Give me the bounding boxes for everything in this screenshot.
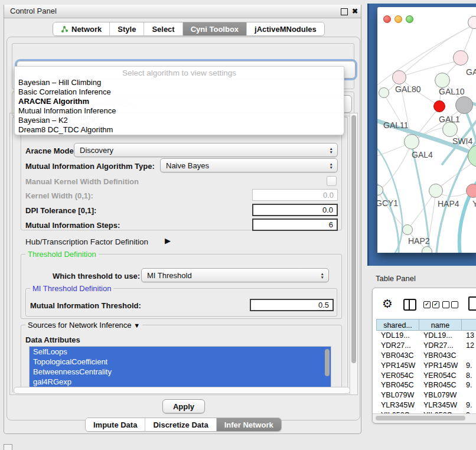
dpi-tolerance-label: DPI Tolerance [0,1]: xyxy=(25,206,96,215)
dropdown-item[interactable]: Bayesian – K2 xyxy=(18,116,68,125)
dropdown-item[interactable]: Basic Correlation Inference xyxy=(18,87,111,96)
mi-type-combo[interactable]: Naive Bayes ▲▼ xyxy=(160,158,338,172)
control-panel-tabbar: Network Style Select Cyni Toolbox jActiv… xyxy=(53,22,325,36)
cell[interactable]: YDL19... xyxy=(419,331,461,340)
apply-button[interactable]: Apply xyxy=(162,399,205,413)
close-traffic-light[interactable] xyxy=(383,15,391,23)
cell[interactable]: YBR045C xyxy=(419,381,461,389)
tab-infer-network[interactable]: Infer Network xyxy=(217,418,281,431)
cell[interactable]: YBR043C xyxy=(376,351,419,360)
list-scrollbar-thumb[interactable] xyxy=(325,349,330,376)
cell[interactable]: YBL079W xyxy=(419,391,461,399)
cell[interactable]: YLR345W xyxy=(419,401,461,409)
minimize-traffic-light[interactable] xyxy=(395,15,402,23)
node-gray[interactable] xyxy=(455,96,473,114)
dpi-tolerance-field[interactable]: 0.0 xyxy=(252,204,338,216)
tab-discretize-data[interactable]: Discretize Data xyxy=(145,418,216,431)
settings-horizontal-scrollbar[interactable] xyxy=(14,387,350,394)
document-icon[interactable] xyxy=(468,296,476,311)
table-row[interactable]: YBR043C YBR043C xyxy=(376,351,476,361)
aracne-mode-value: Discovery xyxy=(80,146,113,155)
which-threshold-combo[interactable]: MI Threshold ▲▼ xyxy=(141,268,329,282)
table-row[interactable]: YLR345W YLR345W 9. xyxy=(376,400,476,410)
node-label: GAL xyxy=(466,67,476,77)
cell[interactable]: YLR345W xyxy=(376,401,419,409)
node-gal-cut[interactable] xyxy=(453,50,468,66)
expand-arrow-icon[interactable]: ▶ xyxy=(165,236,171,245)
cell[interactable]: YER054C xyxy=(376,371,419,380)
list-item[interactable]: TopologicalCoefficient xyxy=(30,357,331,367)
dropdown-item[interactable]: Dream8 DC_TDC Algorithm xyxy=(18,125,113,134)
cell[interactable]: YPR145W xyxy=(419,361,461,370)
column-header[interactable]: name xyxy=(419,319,461,331)
table-row[interactable]: YBR045C YBR045C 9. xyxy=(376,380,476,390)
cell[interactable]: YPR145W xyxy=(376,361,419,370)
table-row[interactable]: YDL19... YDL19... 13 xyxy=(376,331,476,341)
tab-jactivemnodules[interactable]: jActiveMNodules xyxy=(247,22,324,35)
table-row[interactable]: YER054C YER054C 8. xyxy=(376,370,476,380)
dropdown-item[interactable]: Bayesian – Hill Climbing xyxy=(18,78,101,87)
node-gal80[interactable] xyxy=(392,70,406,84)
node-hap2[interactable] xyxy=(402,224,413,235)
close-window-icon[interactable]: ✖ xyxy=(352,7,358,15)
list-item[interactable]: BetweennessCentrality xyxy=(30,367,331,377)
cell[interactable]: 9. xyxy=(461,401,476,409)
control-panel-window: Control Panel ✖ Network Style Select Cyn… xyxy=(4,5,361,434)
collapse-arrow-icon[interactable]: ▼ xyxy=(133,322,140,329)
column-header[interactable]: shared... xyxy=(376,319,419,331)
list-item[interactable]: SelfLoops xyxy=(30,347,331,357)
cell[interactable]: 9. xyxy=(461,381,476,389)
table-row[interactable]: YPR145W YPR145W 9. xyxy=(376,360,476,370)
scrollbar-thumb[interactable] xyxy=(376,416,465,420)
table-row[interactable]: YDR27... YDR27... 12 xyxy=(376,341,476,351)
network-window[interactable]: GAL GAL80 GAL10 GAL11 GAL1 GAL4 SWI4 GCY… xyxy=(377,7,476,253)
node-table: shared... name YDL19... YDL19... 13 YDR2… xyxy=(376,319,476,420)
tab-select[interactable]: Select xyxy=(144,22,182,35)
columns-icon[interactable] xyxy=(403,299,416,311)
scrollbar-thumb[interactable] xyxy=(351,115,356,363)
node-gal4[interactable] xyxy=(404,134,419,149)
unchecked-columns-icon[interactable] xyxy=(442,301,458,308)
stepper-arrows-icon: ▲▼ xyxy=(330,162,333,169)
manual-kernel-checkbox[interactable] xyxy=(327,176,337,186)
node-bottom[interactable] xyxy=(422,246,432,253)
cell[interactable]: 9. xyxy=(461,361,476,370)
cell[interactable]: YDR27... xyxy=(419,341,461,350)
tab-network[interactable]: Network xyxy=(53,22,110,35)
cell[interactable]: YDL19... xyxy=(376,331,419,340)
tab-cyni-toolbox[interactable]: Cyni Toolbox xyxy=(183,22,247,35)
dropdown-item[interactable]: Mutual Information Inference xyxy=(18,106,116,115)
cell[interactable]: YBR043C xyxy=(419,351,461,360)
data-attributes-list[interactable]: SelfLoops TopologicalCoefficient Between… xyxy=(29,346,331,389)
node-gal11[interactable] xyxy=(379,87,389,98)
gear-icon[interactable]: ⚙ xyxy=(382,296,393,311)
table-row[interactable]: YBL079W YBL079W xyxy=(376,390,476,400)
checked-columns-icon[interactable]: ✓✓ xyxy=(423,301,439,308)
cell[interactable]: 12 xyxy=(461,341,476,350)
node-red-selected[interactable] xyxy=(433,100,445,112)
aracne-mode-combo[interactable]: Discovery ▲▼ xyxy=(74,143,338,157)
dropdown-item-highlighted[interactable]: ARACNE Algorithm xyxy=(18,97,89,106)
float-window-icon[interactable] xyxy=(341,8,348,15)
cell[interactable]: YBR045C xyxy=(376,381,419,389)
node-hap4[interactable] xyxy=(429,184,443,198)
sources-title[interactable]: Sources for Network Inference ▼ xyxy=(25,321,142,330)
table-horizontal-scrollbar[interactable] xyxy=(373,413,476,422)
bottom-left-grip-icon[interactable] xyxy=(4,444,12,450)
cell[interactable]: YER054C xyxy=(419,371,461,380)
tab-impute-data[interactable]: Impute Data xyxy=(86,418,145,431)
node-gal10[interactable] xyxy=(435,73,450,88)
list-item[interactable]: gal4RGexp xyxy=(30,377,331,387)
node-salmon[interactable] xyxy=(466,184,476,198)
cell[interactable]: 13 xyxy=(461,331,476,340)
tab-style[interactable]: Style xyxy=(110,22,144,35)
zoom-traffic-light[interactable] xyxy=(406,15,413,23)
cell[interactable]: YDR27... xyxy=(376,341,419,350)
mi-threshold-field[interactable]: 0.5 xyxy=(250,299,334,311)
node-label: SWI4 xyxy=(452,136,472,146)
cell[interactable]: YBL079W xyxy=(376,391,419,399)
cell[interactable]: 8. xyxy=(461,371,476,380)
settings-vertical-scrollbar[interactable] xyxy=(350,113,357,394)
mi-steps-field[interactable]: 6 xyxy=(252,219,338,231)
column-header[interactable] xyxy=(461,319,476,331)
